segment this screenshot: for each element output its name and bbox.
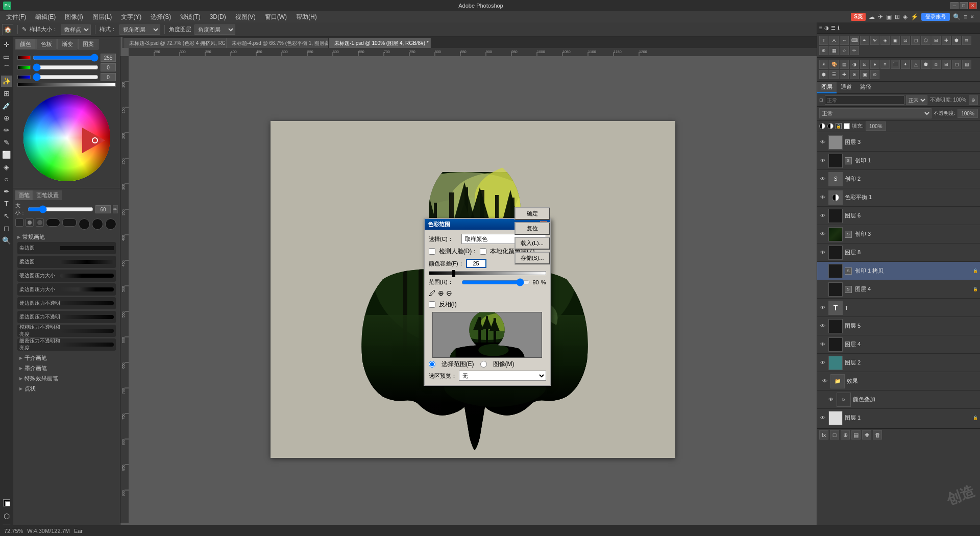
layer-eye-4[interactable]: 👁 xyxy=(819,212,826,220)
red-input[interactable] xyxy=(101,54,116,62)
fill-value-input[interactable] xyxy=(866,121,886,131)
add-style-button[interactable]: fx xyxy=(819,430,828,440)
tool-preset-select[interactable]: 数样点 xyxy=(61,25,91,35)
delete-layer-button[interactable]: 🗑 xyxy=(873,430,882,440)
canvas-area[interactable]: 250 300 350 400 450 500 550 600 650 700 … xyxy=(120,48,817,523)
dialog-add-icon[interactable]: ⊕ xyxy=(438,289,444,297)
layer-item-5[interactable]: 👁 S 创印 3 xyxy=(817,225,980,243)
color-tab-swatches[interactable]: 色板 xyxy=(36,39,57,50)
maximize-button[interactable]: □ xyxy=(960,2,968,9)
eraser-tool[interactable]: ⬜ xyxy=(1,149,12,160)
brush-item-3[interactable]: 柔边圆压力大小 xyxy=(17,283,116,296)
canvas[interactable]: 色彩范围 ✕ 选择(C)： 取样颜色 检测人脸(D)： xyxy=(271,121,675,458)
rt-icon-13[interactable]: ✚ xyxy=(942,36,951,45)
dialog-fuzziness-track[interactable] xyxy=(429,271,546,275)
menu-text[interactable]: 文字(Y) xyxy=(117,12,145,22)
gradient-tool[interactable]: ◈ xyxy=(1,161,12,173)
layer-item-10[interactable]: 👁 图层 5 xyxy=(817,317,980,335)
layer-eye-9[interactable]: 👁 xyxy=(819,304,826,311)
new-adjustment-button[interactable]: ⊕ xyxy=(841,430,850,440)
dodge-tool[interactable]: ○ xyxy=(1,174,12,185)
tab-paths[interactable]: 路径 xyxy=(856,82,875,93)
adj-icon-11[interactable]: ⬟ xyxy=(921,60,930,69)
brush-preset-2[interactable] xyxy=(26,218,34,227)
menu-view[interactable]: 视图(V) xyxy=(231,12,260,22)
rt-icon-18[interactable]: ☆ xyxy=(840,46,849,55)
eyedropper-tool[interactable]: 💉 xyxy=(1,100,12,111)
adj-icon-2[interactable]: 🎨 xyxy=(829,60,839,69)
rt-icon-5[interactable]: ✒ xyxy=(860,36,869,45)
adj-icon-7[interactable]: ≡ xyxy=(880,60,890,69)
brush-category-wet[interactable]: ▶墨介画笔 xyxy=(17,363,116,373)
dialog-preview-select[interactable]: 无 xyxy=(459,371,546,381)
layer-eye-1[interactable]: 👁 xyxy=(819,157,826,164)
layer-item-2[interactable]: 👁 S 创印 2 xyxy=(817,170,980,188)
rt-icon-14[interactable]: ⬢ xyxy=(952,36,961,45)
layer-eye-15[interactable]: 👁 xyxy=(819,415,826,422)
rt-icon-8[interactable]: ▣ xyxy=(891,36,900,45)
magic-wand-tool[interactable]: ✨ xyxy=(1,76,12,87)
dialog-range-slider[interactable] xyxy=(461,280,531,284)
tab-layers[interactable]: 图层 xyxy=(817,82,837,93)
rt-icon-16[interactable]: ⊕ xyxy=(819,46,828,55)
layer-blend-mode[interactable]: 正常 xyxy=(819,108,932,118)
adj-icon-16[interactable]: ⬢ xyxy=(819,70,828,79)
brush-item-0[interactable]: 尖边圆 xyxy=(17,242,116,254)
menu-3d[interactable]: 3D(D) xyxy=(206,12,230,21)
spot-heal-tool[interactable]: ⊕ xyxy=(1,112,12,124)
brush-category-general[interactable]: ▶ 常规画笔 xyxy=(15,232,118,242)
new-layer-button[interactable]: ✚ xyxy=(862,430,871,440)
green-slider[interactable] xyxy=(33,65,99,69)
layer-eye-12[interactable]: 👁 xyxy=(819,359,826,367)
adj-icon-21[interactable]: ⊘ xyxy=(870,70,879,79)
menu-filter[interactable]: 滤镜(T) xyxy=(176,12,204,22)
rt-icon-2[interactable]: A xyxy=(829,36,839,45)
adj-icon-1[interactable]: ☀ xyxy=(819,60,828,69)
rt-icon-12[interactable]: ⊞ xyxy=(932,36,941,45)
path-select-tool[interactable]: ↖ xyxy=(1,210,12,222)
tab-1[interactable]: 未标题-4.psd @ 66.7% (色彩平衡 1, 图层蒙版/8) * × xyxy=(226,38,328,48)
opacity-value-input[interactable] xyxy=(958,109,978,118)
menu-help[interactable]: 帮助(H) xyxy=(292,12,321,22)
angle-select[interactable]: 角度图层 xyxy=(194,25,235,35)
rt-icon-9[interactable]: ⊡ xyxy=(901,36,910,45)
brush-category-special[interactable]: ▶特殊效果画笔 xyxy=(17,373,116,383)
brush-edit-icon[interactable]: ✏ xyxy=(113,205,118,213)
color-tab-pattern[interactable]: 图案 xyxy=(78,39,99,50)
rt-icon-3[interactable]: ↔ xyxy=(840,36,849,45)
brush-item-7[interactable]: 细密压力不透明和亮度 xyxy=(17,338,116,351)
brush-tab-preset[interactable]: 画笔 xyxy=(15,190,33,200)
dialog-reset-button[interactable]: 复位 xyxy=(514,222,550,235)
shape-tool[interactable]: ◻ xyxy=(1,223,12,234)
layer-item-15[interactable]: 👁 图层 1 🔒 xyxy=(817,409,980,427)
brush-preset-8[interactable] xyxy=(105,218,116,230)
new-group-button[interactable]: ▤ xyxy=(851,430,861,440)
dialog-localized-checkbox[interactable] xyxy=(480,248,486,255)
layer-item-14[interactable]: 👁 fx 颜色叠加 xyxy=(817,391,980,409)
brush-category-dots[interactable]: ▶点状 xyxy=(17,383,116,394)
pen-tool[interactable]: ✒ xyxy=(1,186,12,197)
rt-icon-10[interactable]: ◻ xyxy=(911,36,920,45)
lasso-tool[interactable]: ⌒ xyxy=(1,63,12,75)
sample-select[interactable]: 视角图层 xyxy=(119,25,160,35)
adj-icon-8[interactable]: ⬛ xyxy=(891,60,900,69)
color-wheel[interactable] xyxy=(21,92,113,184)
adj-icon-9[interactable]: ✦ xyxy=(901,60,910,69)
layer-filter-btn[interactable]: ⊕ xyxy=(969,95,978,105)
brush-preset-6[interactable] xyxy=(79,218,90,230)
clone-stamp-tool[interactable]: ✎ xyxy=(1,137,12,148)
rt-icon-15[interactable]: ≋ xyxy=(962,36,971,45)
dialog-eyedropper-icon[interactable]: 🖊 xyxy=(429,289,436,297)
rt-icon-4[interactable]: ⌨ xyxy=(850,36,859,45)
layer-item-0[interactable]: 👁 图层 3 xyxy=(817,133,980,152)
dialog-radio-image[interactable] xyxy=(480,361,487,368)
layer-type-select[interactable]: 正常 xyxy=(906,95,927,105)
foreground-color[interactable] xyxy=(1,497,12,508)
rt-icon-11[interactable]: ⬡ xyxy=(921,36,930,45)
brush-tab-settings[interactable]: 画笔设置 xyxy=(33,190,62,200)
rt-icon-17[interactable]: ▦ xyxy=(829,46,839,55)
dialog-radio-selection[interactable] xyxy=(429,361,435,368)
text-tool[interactable]: T xyxy=(1,198,12,209)
crop-tool[interactable]: ⊞ xyxy=(1,88,12,99)
layer-search-input[interactable] xyxy=(825,95,904,105)
